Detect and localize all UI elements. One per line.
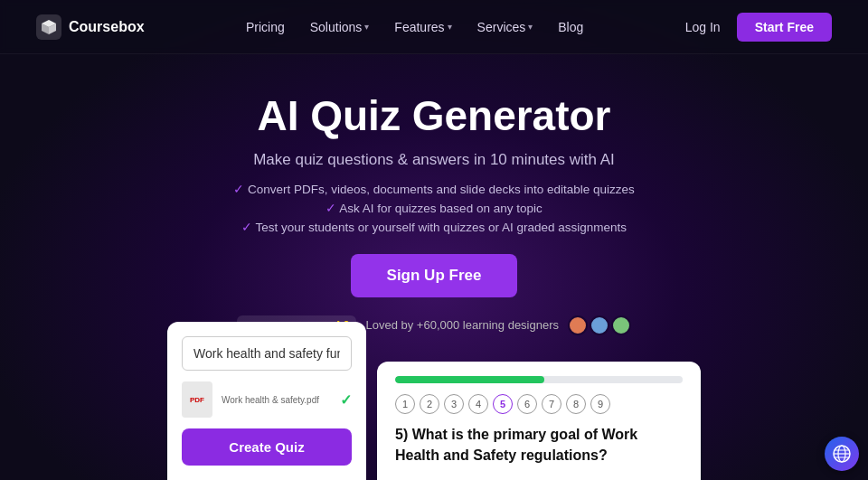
quiz-topic-input[interactable]: [182, 336, 352, 371]
question-numbers: 1 2 3 4 5 6 7 8 9: [395, 394, 683, 414]
question-text: 5) What is the primary goal of Work Heal…: [395, 425, 683, 466]
progress-bar-fill: [395, 376, 544, 383]
chevron-down-icon: ▾: [364, 22, 369, 32]
feature-item: Test your students or yourself with quiz…: [0, 220, 868, 234]
start-free-button[interactable]: Start Free: [737, 13, 832, 42]
file-name: Work health & safety.pdf: [222, 395, 319, 405]
quiz-creator-card: PDF Work health & safety.pdf ✓ Create Qu…: [167, 322, 366, 480]
q-num-6[interactable]: 6: [517, 394, 537, 414]
nav-item-services[interactable]: Services ▾: [477, 20, 533, 34]
pdf-icon: PDF: [182, 381, 212, 418]
navbar: Coursebox Pricing Solutions ▾ Features ▾…: [0, 0, 868, 54]
globe-icon: [832, 444, 852, 464]
chevron-down-icon: ▾: [448, 22, 452, 32]
quiz-preview-card: 1 2 3 4 5 6 7 8 9 5) What is the primary…: [377, 362, 701, 480]
nav-item-solutions[interactable]: Solutions ▾: [310, 20, 370, 34]
logo-link[interactable]: Coursebox: [36, 14, 145, 40]
globe-widget[interactable]: [825, 437, 859, 471]
q-num-1[interactable]: 1: [395, 394, 415, 414]
hero-section: AI Quiz Generator Make quiz questions & …: [0, 54, 868, 335]
file-row: PDF Work health & safety.pdf ✓: [182, 381, 352, 418]
nav-links: Pricing Solutions ▾ Features ▾ Services …: [246, 19, 583, 35]
nav-actions: Log In Start Free: [685, 13, 832, 42]
progress-bar-container: [395, 376, 683, 383]
feature-item: Ask AI for quizzes based on any topic: [0, 201, 868, 215]
bottom-cards: PDF Work health & safety.pdf ✓ Create Qu…: [0, 322, 868, 480]
nav-item-features[interactable]: Features ▾: [394, 20, 451, 34]
q-num-8[interactable]: 8: [566, 394, 586, 414]
login-button[interactable]: Log In: [685, 20, 721, 34]
hero-features-list: Convert PDFs, videos, documents and slid…: [0, 182, 868, 234]
q-num-4[interactable]: 4: [468, 394, 488, 414]
q-num-9[interactable]: 9: [590, 394, 610, 414]
nav-item-blog[interactable]: Blog: [558, 20, 583, 34]
chevron-down-icon: ▾: [528, 22, 533, 32]
hero-heading: AI Quiz Generator: [0, 92, 868, 140]
q-num-3[interactable]: 3: [444, 394, 464, 414]
check-icon: ✓: [340, 391, 352, 409]
logo-text: Coursebox: [69, 19, 145, 35]
logo-icon: [36, 14, 61, 40]
signup-button[interactable]: Sign Up Free: [351, 254, 518, 297]
q-num-5-active[interactable]: 5: [493, 394, 513, 414]
q-num-2[interactable]: 2: [420, 394, 439, 414]
q-num-7[interactable]: 7: [542, 394, 561, 414]
feature-item: Convert PDFs, videos, documents and slid…: [0, 182, 868, 196]
nav-item-pricing[interactable]: Pricing: [246, 20, 285, 34]
create-quiz-button[interactable]: Create Quiz: [182, 428, 352, 466]
hero-subtitle: Make quiz questions & answers in 10 minu…: [0, 151, 868, 169]
